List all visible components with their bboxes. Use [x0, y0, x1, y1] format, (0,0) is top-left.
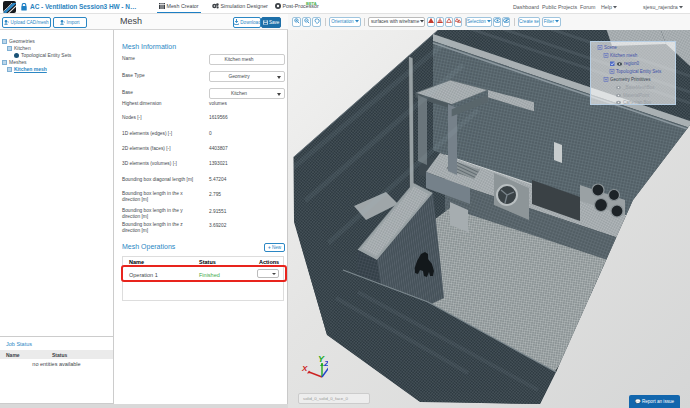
svg-text:Z: Z: [323, 359, 328, 368]
svg-text:X: X: [301, 364, 308, 373]
